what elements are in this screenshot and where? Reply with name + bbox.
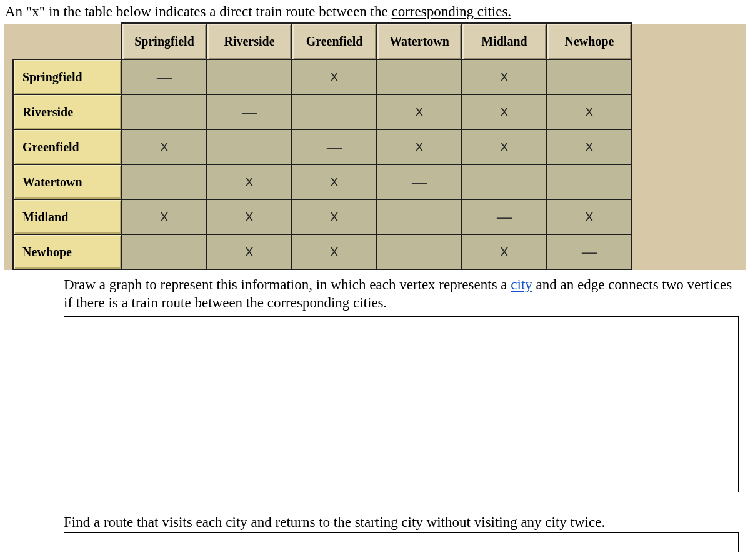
- cell: —: [292, 129, 377, 164]
- cell: [377, 59, 462, 94]
- colhead-watertown: Watertown: [377, 23, 462, 59]
- rowhead-newhope: Newhope: [13, 234, 122, 269]
- cell: [547, 59, 632, 94]
- dash-icon: —: [582, 244, 597, 260]
- x-mark-icon: X: [415, 105, 423, 119]
- x-mark-icon: X: [245, 175, 253, 189]
- dash-icon: —: [327, 139, 342, 155]
- cell: X: [547, 129, 632, 164]
- table-row: Riverside—XXX: [13, 94, 632, 129]
- prompt-1-section: Draw a graph to represent this informati…: [64, 276, 739, 492]
- x-mark-icon: X: [330, 245, 338, 259]
- x-mark-icon: X: [500, 140, 508, 154]
- cell: [462, 164, 547, 199]
- cell: [547, 164, 632, 199]
- colhead-greenfield: Greenfield: [292, 23, 377, 59]
- cell: X: [462, 59, 547, 94]
- answer-box-graph[interactable]: [64, 316, 739, 492]
- cell: X: [547, 199, 632, 234]
- x-mark-icon: X: [160, 140, 168, 154]
- x-mark-icon: X: [160, 210, 168, 224]
- x-mark-icon: X: [500, 70, 508, 84]
- intro-text: An "x" in the table below indicates a di…: [5, 4, 746, 20]
- cell: X: [292, 199, 377, 234]
- colhead-springfield: Springfield: [122, 23, 207, 59]
- cell: —: [377, 164, 462, 199]
- cell: X: [292, 164, 377, 199]
- table-row: WatertownXX—: [13, 164, 632, 199]
- cell: —: [547, 234, 632, 269]
- cell: X: [122, 129, 207, 164]
- prompt-1-text: Draw a graph to represent this informati…: [64, 276, 739, 312]
- rowhead-greenfield: Greenfield: [13, 129, 122, 164]
- dash-icon: —: [157, 69, 172, 85]
- cell: —: [207, 94, 292, 129]
- rowhead-watertown: Watertown: [13, 164, 122, 199]
- colhead-riverside: Riverside: [207, 23, 292, 59]
- x-mark-icon: X: [500, 245, 508, 259]
- cell: X: [207, 234, 292, 269]
- x-mark-icon: X: [415, 140, 423, 154]
- cell: —: [462, 199, 547, 234]
- colhead-midland: Midland: [462, 23, 547, 59]
- table-corner: [13, 23, 122, 59]
- cell: X: [292, 234, 377, 269]
- table-row: NewhopeXXX—: [13, 234, 632, 269]
- prompt-1-link: city: [511, 277, 532, 292]
- table-row: Springfield—XX: [13, 59, 632, 94]
- x-mark-icon: X: [585, 140, 593, 154]
- prompt-2-text: Find a route that visits each city and r…: [64, 514, 739, 532]
- cell: X: [207, 164, 292, 199]
- table-row: GreenfieldX—XXX: [13, 129, 632, 164]
- cell: X: [462, 234, 547, 269]
- intro-pre: An "x" in the table below indicates a di…: [5, 4, 391, 19]
- cell: X: [377, 129, 462, 164]
- cell: [122, 164, 207, 199]
- cell: X: [462, 94, 547, 129]
- dash-icon: —: [242, 104, 257, 120]
- colhead-newhope: Newhope: [547, 23, 632, 59]
- cell: X: [207, 199, 292, 234]
- x-mark-icon: X: [585, 210, 593, 224]
- table-row: MidlandXXX—X: [13, 199, 632, 234]
- x-mark-icon: X: [585, 105, 593, 119]
- cell: —: [122, 59, 207, 94]
- cell: [207, 59, 292, 94]
- cell: X: [462, 129, 547, 164]
- rowhead-midland: Midland: [13, 199, 122, 234]
- x-mark-icon: X: [330, 175, 338, 189]
- cell: [377, 234, 462, 269]
- cell: X: [292, 59, 377, 94]
- x-mark-icon: X: [500, 105, 508, 119]
- x-mark-icon: X: [330, 70, 338, 84]
- x-mark-icon: X: [245, 210, 253, 224]
- cell: [292, 94, 377, 129]
- dash-icon: —: [412, 174, 427, 190]
- cell: X: [547, 94, 632, 129]
- route-table: Springfield Riverside Greenfield Waterto…: [12, 22, 632, 270]
- cell: X: [122, 199, 207, 234]
- intro-underlined: corresponding cities.: [391, 4, 511, 19]
- x-mark-icon: X: [330, 210, 338, 224]
- answer-box-route[interactable]: [64, 532, 739, 552]
- x-mark-icon: X: [245, 245, 253, 259]
- prompt-1-pre: Draw a graph to represent this informati…: [64, 277, 511, 292]
- rowhead-springfield: Springfield: [13, 59, 122, 94]
- cell: [122, 234, 207, 269]
- prompt-2-section: Find a route that visits each city and r…: [64, 514, 739, 552]
- cell: X: [377, 94, 462, 129]
- cell: [122, 94, 207, 129]
- dash-icon: —: [497, 209, 512, 225]
- cell: [377, 199, 462, 234]
- rowhead-riverside: Riverside: [13, 94, 122, 129]
- route-table-wrap: Springfield Riverside Greenfield Waterto…: [4, 22, 746, 270]
- cell: [207, 129, 292, 164]
